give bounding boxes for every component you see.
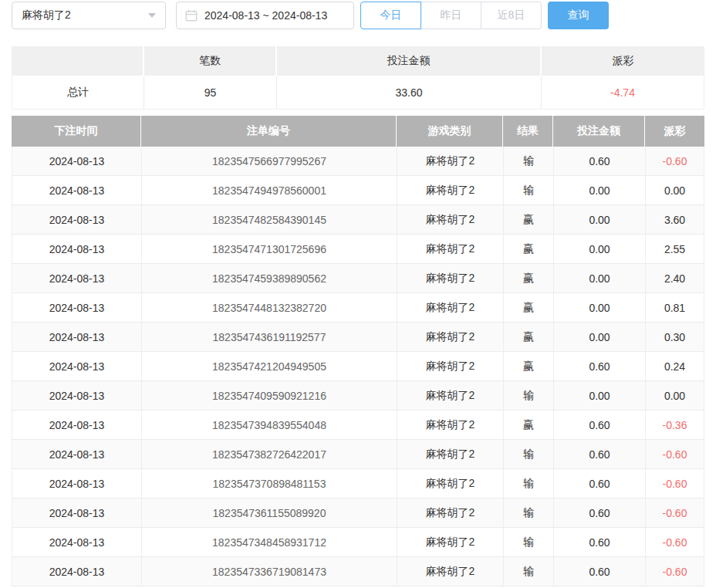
bet-amount-cell: 0.00 (553, 323, 645, 351)
table-row: 2024-08-131823547382726422017麻将胡了2输0.60-… (12, 440, 704, 469)
bet-time-cell: 2024-08-13 (12, 293, 141, 322)
game-type-cell: 麻将胡了2 (397, 205, 503, 234)
result-cell: 输 (503, 557, 553, 586)
bet-amount-cell: 0.00 (553, 381, 645, 410)
game-type-cell: 麻将胡了2 (397, 235, 503, 263)
bet-time-cell: 2024-08-13 (12, 176, 141, 204)
summary-bet-amount-value: 33.60 (276, 76, 541, 109)
game-type-cell: 麻将胡了2 (397, 147, 503, 175)
bet-time-cell: 2024-08-13 (12, 528, 141, 556)
game-select[interactable]: 麻将胡了2 (12, 2, 166, 29)
table-row: 2024-08-131823547421204949505麻将胡了2赢0.600… (12, 352, 704, 381)
header-result: 结果 (502, 116, 552, 147)
game-type-cell: 麻将胡了2 (397, 498, 503, 527)
today-button[interactable]: 今日 (360, 2, 421, 29)
result-cell: 赢 (503, 235, 553, 263)
bet-time-cell: 2024-08-13 (12, 352, 141, 380)
bet-time-cell: 2024-08-13 (12, 323, 141, 351)
payout-cell: -0.60 (645, 557, 704, 586)
table-row: 2024-08-131823547361155089920麻将胡了2输0.60-… (12, 498, 704, 528)
table-row: 2024-08-131823547471301725696麻将胡了2赢0.002… (12, 235, 704, 264)
result-cell: 输 (503, 498, 553, 527)
last-8-days-button[interactable]: 近8日 (481, 2, 542, 29)
game-type-cell: 麻将胡了2 (397, 264, 503, 292)
search-button[interactable]: 查询 (548, 2, 609, 29)
bet-id-cell: 1823547348458931712 (141, 528, 397, 556)
yesterday-button[interactable]: 昨日 (420, 2, 481, 29)
game-select-value: 麻将胡了2 (22, 8, 71, 22)
calendar-icon (185, 9, 198, 22)
game-type-cell: 麻将胡了2 (397, 293, 503, 322)
payout-cell: -0.60 (645, 498, 704, 527)
game-type-cell: 麻将胡了2 (397, 440, 503, 468)
payout-cell: 0.81 (645, 293, 704, 322)
summary-header-bet-amount: 投注金额 (275, 46, 540, 76)
bet-time-cell: 2024-08-13 (12, 205, 141, 234)
result-cell: 输 (503, 528, 553, 556)
payout-cell: -0.60 (645, 528, 704, 556)
bet-amount-cell: 0.00 (553, 264, 645, 292)
table-row: 2024-08-131823547394839554048麻将胡了2赢0.60-… (12, 411, 704, 440)
filter-toolbar: 麻将胡了2 2024-08-13 ~ 2024-08-13 今日 昨日 近8日 … (12, 2, 704, 29)
table-row: 2024-08-131823547336719081473麻将胡了2输0.60-… (12, 557, 704, 586)
summary-table: 笔数 投注金额 派彩 总计 95 33.60 -4.74 (12, 46, 704, 110)
result-cell: 输 (503, 176, 553, 204)
bet-amount-cell: 0.60 (553, 528, 645, 556)
bet-amount-cell: 0.60 (553, 440, 645, 468)
bet-amount-cell: 0.00 (553, 293, 645, 322)
game-type-cell: 麻将胡了2 (397, 411, 503, 439)
payout-cell: -0.60 (645, 440, 704, 468)
summary-total-label: 总计 (12, 76, 144, 109)
summary-header-count: 笔数 (143, 46, 275, 76)
bet-amount-cell: 0.60 (553, 147, 645, 175)
date-range-value: 2024-08-13 ~ 2024-08-13 (204, 9, 327, 22)
payout-cell: 0.00 (645, 381, 704, 410)
bet-time-cell: 2024-08-13 (12, 440, 141, 468)
quick-date-button-group: 今日 昨日 近8日 (360, 2, 542, 29)
bet-time-cell: 2024-08-13 (12, 411, 141, 439)
bet-id-cell: 1823547421204949505 (141, 352, 397, 380)
header-bet-time: 下注时间 (12, 116, 140, 147)
summary-count-value: 95 (144, 76, 276, 109)
payout-cell: -0.60 (645, 147, 704, 175)
summary-header-blank (12, 46, 143, 76)
header-bet-id: 注单编号 (140, 116, 396, 147)
bet-amount-cell: 0.00 (553, 205, 645, 234)
game-type-cell: 麻将胡了2 (397, 381, 503, 410)
bet-id-cell: 1823547448132382720 (141, 293, 397, 322)
result-cell: 输 (503, 381, 553, 410)
bet-amount-cell: 0.60 (553, 411, 645, 439)
game-type-cell: 麻将胡了2 (397, 528, 503, 556)
table-row: 2024-08-131823547348458931712麻将胡了2输0.60-… (12, 528, 704, 557)
bet-id-cell: 1823547482584390145 (141, 205, 397, 234)
table-row: 2024-08-131823547409590921216麻将胡了2输0.000… (12, 381, 704, 411)
bet-time-cell: 2024-08-13 (12, 557, 141, 586)
bet-time-cell: 2024-08-13 (12, 235, 141, 263)
bet-amount-cell: 0.00 (553, 235, 645, 263)
bet-id-cell: 1823547471301725696 (141, 235, 397, 263)
table-row: 2024-08-131823547436191192577麻将胡了2赢0.000… (12, 323, 704, 352)
bet-id-cell: 1823547361155089920 (141, 498, 397, 527)
payout-cell: 2.40 (645, 264, 704, 292)
summary-payout-value: -4.74 (541, 76, 704, 109)
result-cell: 输 (503, 469, 553, 498)
table-row: 2024-08-131823547566977995267麻将胡了2输0.60-… (12, 147, 704, 176)
date-range-picker[interactable]: 2024-08-13 ~ 2024-08-13 (176, 2, 354, 29)
result-cell: 输 (503, 440, 553, 468)
bet-table: 下注时间 注单编号 游戏类别 结果 投注金额 派彩 2024-08-131823… (12, 116, 704, 586)
bet-amount-cell: 0.60 (553, 498, 645, 527)
table-row: 2024-08-131823547370898481153麻将胡了2输0.60-… (12, 469, 704, 498)
bet-id-cell: 1823547566977995267 (141, 147, 397, 175)
summary-header-payout: 派彩 (540, 46, 704, 76)
result-cell: 赢 (503, 411, 553, 439)
caret-down-icon (148, 13, 156, 18)
game-type-cell: 麻将胡了2 (397, 557, 503, 586)
payout-cell: 0.30 (645, 323, 704, 351)
bet-id-cell: 1823547336719081473 (141, 557, 397, 586)
result-cell: 输 (503, 147, 553, 175)
bet-id-cell: 1823547459389890562 (141, 264, 397, 292)
bet-table-header-row: 下注时间 注单编号 游戏类别 结果 投注金额 派彩 (12, 116, 704, 147)
table-row: 2024-08-131823547482584390145麻将胡了2赢0.003… (12, 205, 704, 235)
payout-cell: 0.00 (645, 176, 704, 204)
bet-table-body: 2024-08-131823547566977995267麻将胡了2输0.60-… (12, 147, 704, 586)
